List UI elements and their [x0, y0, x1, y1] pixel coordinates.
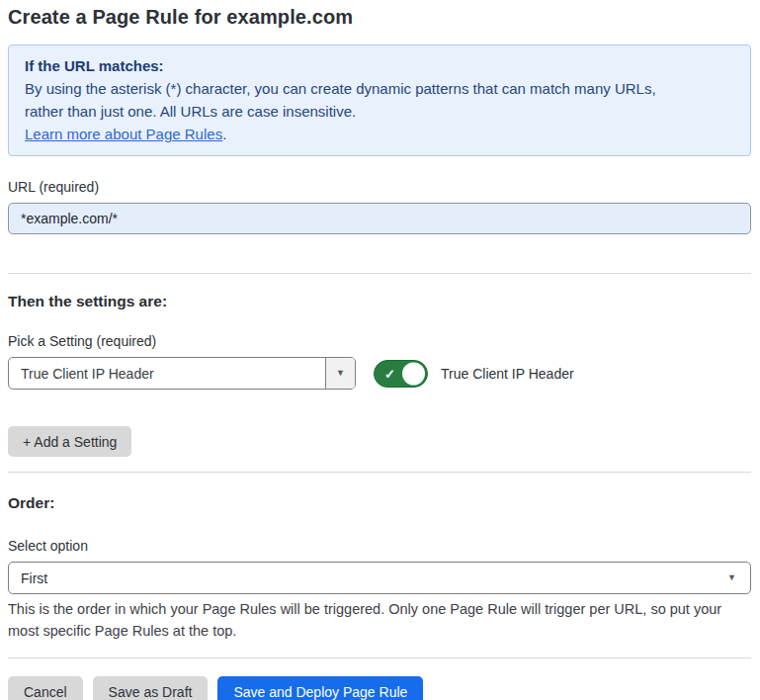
order-select[interactable]: First ▼: [8, 562, 751, 594]
true-client-ip-toggle[interactable]: ✓: [374, 360, 428, 388]
order-select-value: First: [21, 570, 727, 586]
info-box-body-line-2: rather than just one. All URLs are case …: [25, 100, 734, 123]
setting-select[interactable]: True Client IP Header ▼: [8, 357, 356, 390]
divider-before-actions: [8, 657, 751, 658]
url-match-info-box: If the URL matches: By using the asteris…: [8, 44, 751, 156]
setting-select-arrow-box[interactable]: ▼: [325, 358, 355, 389]
check-icon: ✓: [384, 366, 395, 381]
add-setting-button[interactable]: + Add a Setting: [8, 426, 131, 457]
save-and-deploy-button[interactable]: Save and Deploy Page Rule: [217, 676, 423, 700]
actions-row: Cancel Save as Draft Save and Deploy Pag…: [8, 676, 751, 700]
chevron-down-icon: ▼: [727, 573, 736, 582]
save-as-draft-button[interactable]: Save as Draft: [93, 676, 209, 700]
cancel-button[interactable]: Cancel: [8, 676, 83, 700]
setting-select-value: True Client IP Header: [9, 358, 325, 389]
url-input[interactable]: [8, 203, 751, 234]
chevron-down-icon: ▼: [336, 369, 345, 378]
setting-row: True Client IP Header ▼ ✓ True Client IP…: [8, 357, 751, 390]
order-help-text: This is the order in which your Page Rul…: [8, 599, 751, 642]
pick-setting-label: Pick a Setting (required): [8, 333, 751, 349]
settings-section-heading: Then the settings are:: [8, 293, 751, 310]
info-box-body-line-1: By using the asterisk (*) character, you…: [25, 77, 734, 100]
divider-after-url: [8, 273, 751, 274]
link-period: .: [222, 126, 226, 142]
order-section-heading: Order:: [8, 494, 751, 512]
info-box-heading: If the URL matches:: [25, 54, 734, 77]
order-select-label: Select option: [8, 538, 751, 554]
url-field-label: URL (required): [8, 179, 751, 195]
info-box-link-row: Learn more about Page Rules.: [25, 123, 734, 145]
toggle-knob: [402, 362, 425, 385]
divider-after-settings: [8, 472, 751, 473]
toggle-label: True Client IP Header: [441, 366, 574, 382]
page-container: Create a Page Rule for example.com If th…: [0, 0, 760, 700]
learn-more-link[interactable]: Learn more about Page Rules: [25, 126, 222, 142]
page-title: Create a Page Rule for example.com: [8, 0, 751, 29]
